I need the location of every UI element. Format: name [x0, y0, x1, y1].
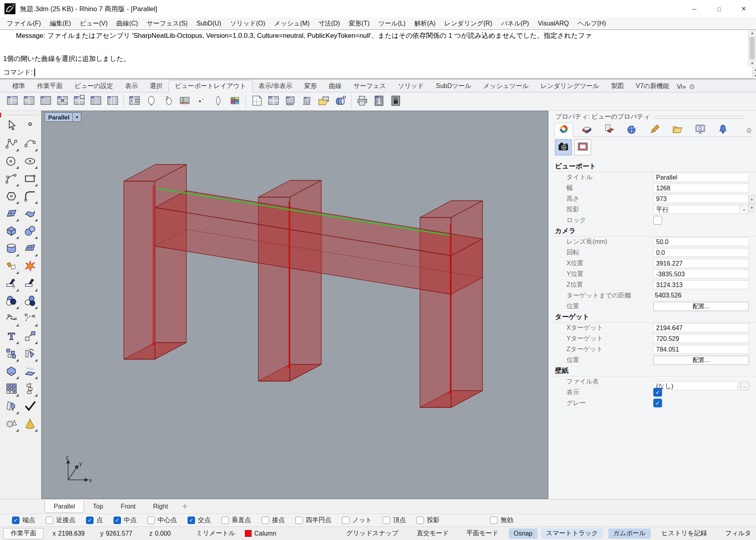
toolbar-icon-viewport-split-left[interactable] — [5, 94, 20, 109]
toolbar-icon-lens[interactable] — [211, 94, 226, 109]
osnap-item-knot[interactable]: ✓ ノット — [342, 516, 372, 524]
command-history-scrollbar[interactable]: ▲ ▼ — [748, 30, 756, 67]
status-item-gumball[interactable]: ガムボール — [608, 528, 651, 539]
panel-value-height[interactable]: 973 — [653, 194, 749, 203]
sidebar-tool-blend-arc[interactable] — [21, 311, 38, 327]
menu-item-tools[interactable]: ツール(L) — [374, 18, 410, 29]
osnap-item-tan[interactable]: ✓ 接点 — [262, 516, 285, 524]
panel-value-width[interactable]: 1268 — [653, 184, 749, 192]
panel-value-place-camera[interactable]: 配置... — [653, 302, 749, 311]
toolbar-icon-open-layout-folder[interactable] — [316, 94, 331, 109]
model-canvas[interactable]: z y x — [42, 111, 549, 499]
menu-item-visualarq[interactable]: VisualARQ — [533, 18, 573, 29]
ribbon-gear-icon[interactable]: ⚙ — [688, 82, 698, 92]
toolbar-icon-print-view[interactable] — [355, 94, 370, 109]
osnap-item-vertex[interactable]: ✓ 頂点 — [383, 516, 406, 524]
ribbon-tab-view-settings[interactable]: ビューの設定 — [68, 80, 119, 92]
panel-tab-notifications[interactable] — [714, 123, 732, 137]
status-item-record-history[interactable]: ヒストリを記録 — [657, 528, 712, 539]
toolbar-icon-two-view-balloon[interactable]: 2 — [160, 94, 176, 109]
sidebar-tool-circle[interactable] — [3, 153, 20, 170]
ribbon-tab-surface-tools[interactable]: サーフェス — [348, 80, 392, 92]
sidebar-tool-rotate[interactable] — [21, 346, 38, 362]
sidebar-tool-boolean-difference[interactable] — [21, 293, 38, 310]
add-viewport-icon[interactable]: ✛ — [182, 503, 188, 510]
status-item-ortho[interactable]: 直交モード — [412, 528, 454, 539]
panel-value-place-target[interactable]: 配置... — [653, 356, 749, 365]
sidebar-tool-scale[interactable] — [21, 328, 38, 345]
status-item-filter[interactable]: フィルタ — [721, 528, 756, 539]
sidebar-tool-interpolated-curve[interactable] — [21, 135, 38, 152]
osnap-item-end[interactable]: ✓ 端点 — [12, 516, 35, 524]
sidebar-tool-extrude[interactable] — [21, 363, 38, 380]
osnap-checkbox[interactable]: ✓ — [416, 517, 424, 524]
panel-subtab-viewport-rect[interactable] — [574, 139, 591, 155]
menu-item-file[interactable]: ファイル(F) — [2, 18, 45, 29]
panel-value-projection[interactable]: 平行⌄ — [653, 205, 749, 214]
spin-down-icon[interactable]: ▼ — [752, 73, 756, 79]
panel-value-rotation[interactable]: 0.0 — [653, 248, 749, 257]
ribbon-tab-mesh-tools[interactable]: メッシュツール — [477, 80, 535, 92]
toolbar-icon-new-viewport[interactable] — [249, 94, 264, 109]
osnap-item-project[interactable]: ✓ 投影 — [416, 516, 440, 524]
panel-scroll-down-icon[interactable]: ▼ — [749, 204, 755, 212]
status-item-units[interactable]: ミリメートル — [191, 528, 240, 539]
ribbon-tab-drafting[interactable]: 製図 — [605, 80, 630, 92]
sidebar-tool-cylinder[interactable] — [3, 241, 20, 257]
panel-value-title[interactable]: Parallel — [653, 173, 749, 182]
sidebar-tool-fillet[interactable] — [21, 188, 38, 205]
osnap-checkbox[interactable]: ✓ — [342, 517, 350, 524]
sidebar-tool-check[interactable] — [21, 398, 38, 415]
sidebar-tool-boolean-union[interactable] — [3, 293, 20, 310]
close-button[interactable]: ✕ — [731, 0, 756, 18]
osnap-item-point[interactable]: ✓ 点 — [86, 516, 103, 524]
osnap-checkbox[interactable]: ✓ — [383, 517, 390, 524]
sidebar-tool-control-point-curve[interactable] — [3, 135, 20, 152]
ribbon-tab-solid-tools[interactable]: ソリッド — [392, 80, 430, 92]
chevron-down-icon[interactable]: ▼ — [73, 115, 81, 119]
panel-value-z-target[interactable]: 784.051 — [653, 345, 749, 354]
status-item-osnap[interactable]: Osnap — [509, 528, 537, 539]
panel-value-lock[interactable]: ✓ — [653, 216, 662, 225]
sidebar-tool-rectangle[interactable] — [21, 170, 38, 187]
toolbar-icon-viewport-four-plus[interactable] — [55, 94, 70, 109]
toolbar-icon-viewport-vsplit[interactable] — [105, 94, 120, 109]
toolbar-icon-page-one[interactable]: 1 — [371, 94, 387, 109]
sidebar-tool-shapes[interactable] — [3, 416, 20, 432]
sidebar-tool-split[interactable] — [21, 276, 38, 292]
menu-item-surface[interactable]: サーフェス(S) — [143, 18, 192, 29]
osnap-checkbox[interactable]: ✓ — [113, 517, 121, 524]
sidebar-tool-align[interactable] — [21, 381, 38, 397]
panel-value-gray[interactable]: ✓ — [653, 399, 662, 407]
chevron-down-icon[interactable]: ⌄ — [739, 205, 748, 213]
ribbon-tab-select[interactable]: 選択 — [144, 80, 168, 92]
toolbar-icon-viewport-float[interactable] — [72, 94, 87, 109]
panel-value-x-position[interactable]: 3916.227 — [653, 259, 749, 268]
sidebar-tool-plane-surface[interactable] — [3, 205, 20, 222]
menu-item-help[interactable]: ヘルプ(H) — [573, 18, 610, 29]
sidebar-tool-point[interactable] — [21, 118, 38, 135]
panel-value-y-target[interactable]: 720.529 — [653, 334, 749, 343]
panel-tab-material[interactable] — [578, 123, 596, 137]
ribbon-tab-transform[interactable]: 変形 — [298, 80, 323, 92]
status-item-smarttrack[interactable]: スマートトラック — [541, 528, 603, 539]
osnap-checkbox[interactable]: ✓ — [86, 517, 94, 524]
panel-value-x-target[interactable]: 2194.647 — [653, 323, 749, 332]
osnap-checkbox[interactable]: ✓ — [262, 517, 269, 524]
panel-tab-material-page[interactable] — [600, 123, 619, 137]
panel-subtab-camera[interactable] — [555, 139, 572, 155]
osnap-item-int[interactable]: ✓ 交点 — [188, 516, 211, 524]
panel-scroll-up-icon[interactable]: ▲ — [749, 195, 755, 203]
panel-value-z-position[interactable]: 3124.313 — [653, 280, 749, 289]
status-item-y-coord[interactable]: y 9261.577 — [96, 528, 145, 539]
osnap-item-perp[interactable]: ✓ 垂直点 — [221, 516, 251, 524]
sidebar-tool-surface-curved[interactable] — [21, 205, 38, 222]
osnap-checkbox[interactable]: ✓ — [46, 517, 53, 524]
toolbar-icon-viewport-hsplit[interactable] — [88, 94, 104, 109]
osnap-checkbox[interactable]: ✓ — [221, 517, 229, 524]
ribbon-tab-overflow[interactable]: Vi» — [675, 82, 688, 92]
menu-item-edit[interactable]: 編集(E) — [45, 18, 75, 29]
viewport-tab-front[interactable]: Front — [112, 501, 144, 513]
toolbar-icon-minimize-viewport[interactable] — [299, 94, 315, 109]
toolbar-icon-rainbow-grid[interactable] — [227, 94, 242, 109]
